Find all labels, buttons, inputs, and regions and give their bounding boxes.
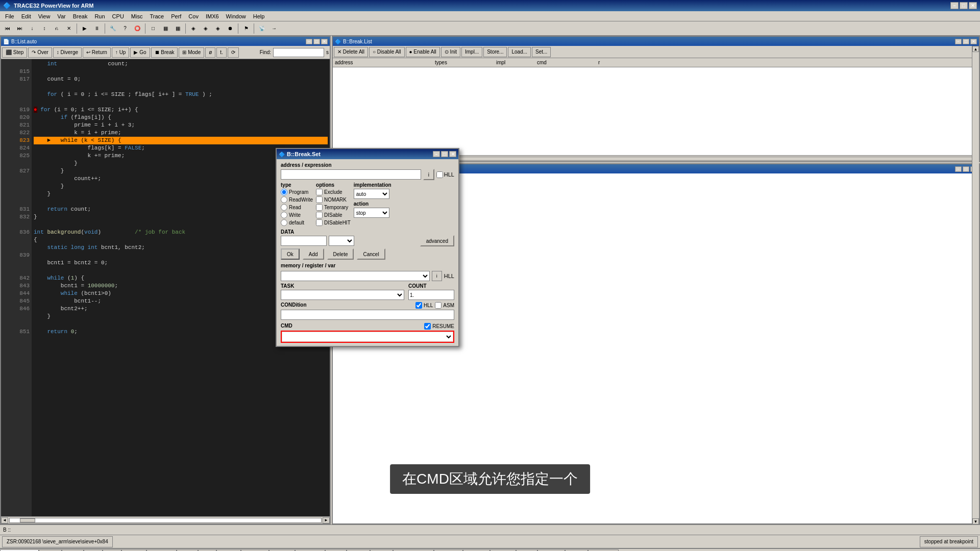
scroll-left-btn[interactable]: ◄ bbox=[1, 517, 8, 523]
init-btn[interactable]: ⊙ Init bbox=[441, 47, 460, 57]
nomark-cb[interactable] bbox=[316, 196, 323, 203]
source-max-btn[interactable]: □ bbox=[313, 39, 320, 44]
menu-perf[interactable]: Perf bbox=[168, 13, 184, 20]
type-program-radio[interactable] bbox=[281, 189, 287, 195]
step-btn[interactable]: ⬛ Step bbox=[2, 47, 27, 58]
toolbar-btn-21[interactable]: → bbox=[268, 23, 280, 34]
toolbar-btn-2[interactable]: ⏭ bbox=[14, 23, 26, 34]
condition-input[interactable] bbox=[281, 310, 454, 320]
menu-break[interactable]: Break bbox=[70, 13, 91, 20]
toolbar-btn-1[interactable]: ⏮ bbox=[2, 23, 13, 34]
arrow-btn[interactable]: ⟳ bbox=[228, 47, 239, 58]
enable-all-btn[interactable]: ● Enable All bbox=[406, 47, 440, 57]
load-btn[interactable]: Load... bbox=[508, 47, 531, 57]
menu-help[interactable]: Help bbox=[250, 13, 268, 20]
minimize-btn[interactable]: − bbox=[950, 2, 959, 9]
ba-scroll-down[interactable]: ▼ bbox=[972, 518, 979, 524]
toolbar-btn-3[interactable]: ↓ bbox=[27, 23, 38, 34]
set-btn[interactable]: Set... bbox=[532, 47, 551, 57]
type-readwrite-radio[interactable] bbox=[281, 196, 287, 203]
exclude-cb[interactable] bbox=[316, 189, 323, 195]
data-select[interactable] bbox=[329, 236, 354, 246]
disablehit-cb[interactable] bbox=[316, 219, 323, 226]
over-btn[interactable]: ↷ Over bbox=[28, 47, 52, 58]
memory-btn[interactable]: i bbox=[432, 271, 442, 281]
data-input[interactable] bbox=[281, 236, 327, 246]
cmd-input[interactable] bbox=[282, 332, 453, 341]
dialog-close-btn[interactable]: ✕ bbox=[449, 151, 456, 157]
ba-scroll-track[interactable] bbox=[972, 52, 979, 518]
delete-btn[interactable]: Delete bbox=[327, 248, 354, 260]
cond-hll-cb[interactable] bbox=[415, 302, 422, 309]
toolbar-btn-9[interactable]: 🔧 bbox=[107, 23, 118, 34]
up-btn[interactable]: ↑ Up bbox=[112, 47, 130, 58]
break-btn[interactable]: ⏹ Break bbox=[151, 47, 178, 58]
address-icon-btn[interactable]: i bbox=[423, 169, 434, 180]
go-btn[interactable]: ▶ Go bbox=[130, 47, 150, 58]
cmd-input-field[interactable] bbox=[16, 527, 977, 533]
bl-min-btn[interactable]: − bbox=[955, 39, 962, 44]
menu-file[interactable]: File bbox=[2, 13, 17, 20]
source-hscrollbar[interactable]: ◄ ► bbox=[1, 516, 330, 523]
toolbar-btn-18[interactable]: ⏺ bbox=[225, 23, 236, 34]
type-default-radio[interactable] bbox=[281, 219, 287, 226]
hll-checkbox[interactable] bbox=[436, 171, 443, 178]
toolbar-btn-14[interactable]: ▦ bbox=[172, 23, 183, 34]
disable-all-btn[interactable]: ○ Disable All bbox=[369, 47, 405, 57]
toolbar-btn-15[interactable]: ◈ bbox=[188, 23, 199, 34]
toolbar-btn-19[interactable]: ⚑ bbox=[240, 23, 252, 34]
menu-misc[interactable]: Misc bbox=[128, 13, 146, 20]
menu-run[interactable]: Run bbox=[91, 13, 108, 20]
dialog-max-btn[interactable]: □ bbox=[441, 151, 448, 157]
advanced-btn[interactable]: advanced bbox=[420, 235, 454, 246]
bl-max-btn[interactable]: □ bbox=[963, 39, 969, 44]
dialog-min-btn[interactable]: − bbox=[433, 151, 440, 157]
cond-asm-cb[interactable] bbox=[435, 302, 442, 309]
diverge-btn[interactable]: ↕ Diverge bbox=[53, 47, 82, 58]
bl-close-btn[interactable]: ✕ bbox=[970, 39, 977, 44]
impl-select[interactable]: auto bbox=[354, 189, 389, 199]
return-btn[interactable]: ↩ Return bbox=[83, 47, 111, 58]
dot-btn[interactable]: ø bbox=[205, 47, 215, 58]
add-btn[interactable]: Add bbox=[303, 248, 324, 260]
action-select[interactable]: stop bbox=[354, 208, 389, 218]
close-btn[interactable]: ✕ bbox=[969, 2, 977, 9]
mode-btn[interactable]: ⊞ Mode bbox=[179, 47, 204, 58]
ba-max-btn[interactable]: □ bbox=[963, 166, 969, 172]
find-icon[interactable]: s bbox=[326, 49, 329, 55]
toolbar-btn-12[interactable]: □ bbox=[148, 23, 159, 34]
toolbar-btn-13[interactable]: ▦ bbox=[160, 23, 171, 34]
scroll-track[interactable] bbox=[9, 518, 322, 523]
toolbar-btn-8[interactable]: ⏸ bbox=[91, 23, 103, 34]
toolbar-btn-17[interactable]: ◈ bbox=[212, 23, 224, 34]
toolbar-btn-11[interactable]: ⭕ bbox=[132, 23, 143, 34]
ba-scroll-up[interactable]: ▲ bbox=[972, 46, 979, 52]
source-close-btn[interactable]: ✕ bbox=[321, 39, 328, 44]
toolbar-btn-5[interactable]: ⎌ bbox=[51, 23, 62, 34]
menu-view[interactable]: View bbox=[35, 13, 54, 20]
cancel-btn[interactable]: Cancel bbox=[357, 248, 385, 260]
menu-var[interactable]: Var bbox=[54, 13, 68, 20]
menu-cpu[interactable]: CPU bbox=[109, 13, 127, 20]
count-input[interactable] bbox=[408, 290, 454, 300]
toolbar-btn-16[interactable]: ◈ bbox=[200, 23, 211, 34]
type-read-radio[interactable] bbox=[281, 204, 287, 211]
toolbar-btn-6[interactable]: ✕ bbox=[63, 23, 75, 34]
memory-input[interactable] bbox=[281, 271, 430, 281]
disable-cb[interactable] bbox=[316, 212, 323, 218]
toolbar-btn-10[interactable]: ? bbox=[119, 23, 131, 34]
resume-cb[interactable] bbox=[424, 323, 431, 330]
toolbar-btn-7[interactable]: ▶ bbox=[79, 23, 90, 34]
menu-window[interactable]: Window bbox=[223, 13, 249, 20]
type-write-radio[interactable] bbox=[281, 212, 287, 218]
address-input[interactable] bbox=[281, 169, 421, 180]
source-min-btn[interactable]: − bbox=[306, 39, 312, 44]
find-input[interactable] bbox=[273, 48, 324, 57]
t-btn[interactable]: t. bbox=[216, 47, 227, 58]
temporary-cb[interactable] bbox=[316, 204, 323, 211]
menu-cov[interactable]: Cov bbox=[185, 13, 202, 20]
delete-all-btn[interactable]: ✕ Delete All bbox=[334, 47, 368, 57]
ba-min-btn[interactable]: − bbox=[955, 166, 962, 172]
scroll-thumb[interactable] bbox=[20, 518, 35, 522]
maximize-btn[interactable]: □ bbox=[960, 2, 968, 9]
